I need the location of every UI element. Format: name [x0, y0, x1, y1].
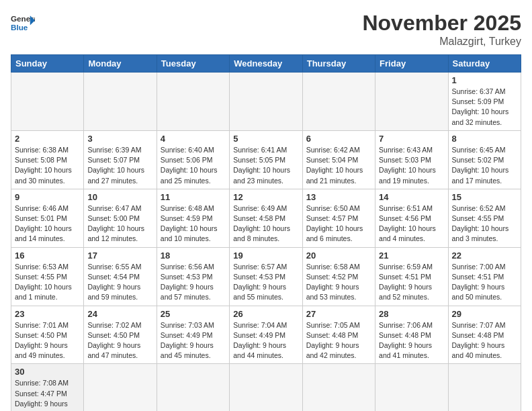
day-number: 27	[306, 309, 371, 319]
day-info: Sunrise: 6:59 AMSunset: 4:51 PMDaylight:…	[379, 262, 444, 303]
page-header: General Blue November 2025 Malazgirt, Tu…	[11, 11, 521, 48]
day-number: 24	[87, 309, 152, 319]
day-cell: 6Sunrise: 6:42 AMSunset: 5:04 PMDaylight…	[302, 130, 375, 189]
day-cell: 29Sunrise: 7:07 AMSunset: 4:48 PMDayligh…	[448, 306, 521, 364]
day-info: Sunrise: 6:56 AMSunset: 4:53 PMDaylight:…	[161, 262, 226, 303]
day-cell: 28Sunrise: 7:06 AMSunset: 4:48 PMDayligh…	[375, 306, 448, 364]
day-info: Sunrise: 6:38 AMSunset: 5:08 PMDaylight:…	[15, 145, 80, 186]
day-cell: 15Sunrise: 6:52 AMSunset: 4:55 PMDayligh…	[448, 189, 521, 247]
day-cell: 21Sunrise: 6:59 AMSunset: 4:51 PMDayligh…	[375, 247, 448, 306]
day-cell: 13Sunrise: 6:50 AMSunset: 4:57 PMDayligh…	[302, 189, 375, 247]
day-info: Sunrise: 6:50 AMSunset: 4:57 PMDaylight:…	[306, 203, 371, 244]
day-number: 28	[379, 309, 444, 319]
title-block: November 2025 Malazgirt, Turkey	[362, 11, 521, 48]
day-info: Sunrise: 6:53 AMSunset: 4:55 PMDaylight:…	[15, 262, 80, 303]
day-info: Sunrise: 6:42 AMSunset: 5:04 PMDaylight:…	[306, 145, 371, 186]
logo-icon: General Blue	[11, 11, 35, 35]
day-number: 26	[233, 309, 298, 319]
day-info: Sunrise: 6:52 AMSunset: 4:55 PMDaylight:…	[452, 203, 517, 244]
day-info: Sunrise: 7:02 AMSunset: 4:50 PMDaylight:…	[87, 320, 152, 361]
col-header-tuesday: Tuesday	[157, 55, 229, 73]
day-cell: 22Sunrise: 7:00 AMSunset: 4:51 PMDayligh…	[448, 247, 521, 306]
col-header-sunday: Sunday	[11, 55, 84, 73]
day-info: Sunrise: 6:46 AMSunset: 5:01 PMDaylight:…	[15, 203, 80, 244]
day-cell	[157, 364, 229, 411]
col-header-wednesday: Wednesday	[230, 55, 302, 73]
day-number: 23	[15, 309, 80, 319]
day-cell	[157, 73, 229, 131]
svg-text:Blue: Blue	[11, 23, 28, 32]
week-row-6: 30Sunrise: 7:08 AMSunset: 4:47 PMDayligh…	[11, 364, 521, 411]
day-number: 6	[306, 134, 371, 144]
day-info: Sunrise: 7:05 AMSunset: 4:48 PMDaylight:…	[306, 320, 371, 361]
day-number: 11	[161, 192, 226, 202]
day-info: Sunrise: 7:08 AMSunset: 4:47 PMDaylight:…	[15, 378, 80, 411]
day-info: Sunrise: 6:58 AMSunset: 4:52 PMDaylight:…	[306, 262, 371, 303]
day-number: 1	[452, 75, 517, 85]
col-header-thursday: Thursday	[302, 55, 375, 73]
day-number: 18	[161, 250, 226, 261]
day-number: 19	[233, 250, 298, 261]
day-cell: 16Sunrise: 6:53 AMSunset: 4:55 PMDayligh…	[11, 247, 84, 306]
day-info: Sunrise: 6:45 AMSunset: 5:02 PMDaylight:…	[452, 145, 517, 186]
day-cell: 5Sunrise: 6:41 AMSunset: 5:05 PMDaylight…	[230, 130, 302, 189]
day-cell: 17Sunrise: 6:55 AMSunset: 4:54 PMDayligh…	[84, 247, 157, 306]
day-cell	[302, 73, 375, 131]
day-cell: 19Sunrise: 6:57 AMSunset: 4:53 PMDayligh…	[230, 247, 302, 306]
day-cell: 2Sunrise: 6:38 AMSunset: 5:08 PMDaylight…	[11, 130, 84, 189]
day-cell	[448, 364, 521, 411]
col-header-monday: Monday	[84, 55, 157, 73]
day-cell	[84, 73, 157, 131]
day-info: Sunrise: 7:03 AMSunset: 4:49 PMDaylight:…	[161, 320, 226, 361]
calendar-header-row: SundayMondayTuesdayWednesdayThursdayFrid…	[11, 55, 521, 73]
day-number: 5	[233, 134, 298, 144]
day-number: 25	[161, 309, 226, 319]
day-cell: 25Sunrise: 7:03 AMSunset: 4:49 PMDayligh…	[157, 306, 229, 364]
day-number: 4	[161, 134, 226, 144]
day-info: Sunrise: 6:47 AMSunset: 5:00 PMDaylight:…	[87, 203, 152, 244]
day-number: 3	[87, 134, 152, 144]
day-info: Sunrise: 6:51 AMSunset: 4:56 PMDaylight:…	[379, 203, 444, 244]
day-number: 21	[379, 250, 444, 261]
day-number: 9	[15, 192, 80, 202]
day-info: Sunrise: 6:37 AMSunset: 5:09 PMDaylight:…	[452, 87, 517, 128]
day-number: 10	[87, 192, 152, 202]
day-number: 12	[233, 192, 298, 202]
day-number: 16	[15, 250, 80, 261]
day-info: Sunrise: 7:04 AMSunset: 4:49 PMDaylight:…	[233, 320, 298, 361]
day-cell: 23Sunrise: 7:01 AMSunset: 4:50 PMDayligh…	[11, 306, 84, 364]
day-info: Sunrise: 6:49 AMSunset: 4:58 PMDaylight:…	[233, 203, 298, 244]
col-header-friday: Friday	[375, 55, 448, 73]
day-cell: 4Sunrise: 6:40 AMSunset: 5:06 PMDaylight…	[157, 130, 229, 189]
logo: General Blue	[11, 11, 35, 35]
week-row-1: 1Sunrise: 6:37 AMSunset: 5:09 PMDaylight…	[11, 73, 521, 131]
week-row-4: 16Sunrise: 6:53 AMSunset: 4:55 PMDayligh…	[11, 247, 521, 306]
week-row-5: 23Sunrise: 7:01 AMSunset: 4:50 PMDayligh…	[11, 306, 521, 364]
day-cell	[230, 364, 302, 411]
day-info: Sunrise: 7:07 AMSunset: 4:48 PMDaylight:…	[452, 320, 517, 361]
day-number: 13	[306, 192, 371, 202]
day-number: 7	[379, 134, 444, 144]
calendar-table: SundayMondayTuesdayWednesdayThursdayFrid…	[11, 54, 521, 411]
day-number: 20	[306, 250, 371, 261]
day-info: Sunrise: 7:06 AMSunset: 4:48 PMDaylight:…	[379, 320, 444, 361]
day-cell: 1Sunrise: 6:37 AMSunset: 5:09 PMDaylight…	[448, 73, 521, 131]
day-cell: 3Sunrise: 6:39 AMSunset: 5:07 PMDaylight…	[84, 130, 157, 189]
col-header-saturday: Saturday	[448, 55, 521, 73]
day-cell	[302, 364, 375, 411]
day-cell	[375, 364, 448, 411]
day-info: Sunrise: 6:40 AMSunset: 5:06 PMDaylight:…	[161, 145, 226, 186]
day-number: 30	[15, 367, 80, 377]
day-info: Sunrise: 7:01 AMSunset: 4:50 PMDaylight:…	[15, 320, 80, 361]
day-cell: 30Sunrise: 7:08 AMSunset: 4:47 PMDayligh…	[11, 364, 84, 411]
day-info: Sunrise: 6:39 AMSunset: 5:07 PMDaylight:…	[87, 145, 152, 186]
day-cell: 9Sunrise: 6:46 AMSunset: 5:01 PMDaylight…	[11, 189, 84, 247]
day-cell: 24Sunrise: 7:02 AMSunset: 4:50 PMDayligh…	[84, 306, 157, 364]
day-number: 29	[452, 309, 517, 319]
day-cell: 14Sunrise: 6:51 AMSunset: 4:56 PMDayligh…	[375, 189, 448, 247]
day-cell: 26Sunrise: 7:04 AMSunset: 4:49 PMDayligh…	[230, 306, 302, 364]
day-cell: 7Sunrise: 6:43 AMSunset: 5:03 PMDaylight…	[375, 130, 448, 189]
day-cell: 8Sunrise: 6:45 AMSunset: 5:02 PMDaylight…	[448, 130, 521, 189]
day-number: 14	[379, 192, 444, 202]
day-info: Sunrise: 7:00 AMSunset: 4:51 PMDaylight:…	[452, 262, 517, 303]
